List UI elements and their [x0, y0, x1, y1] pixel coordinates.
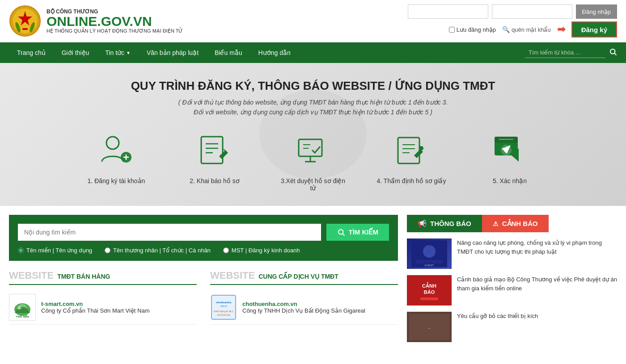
svg-line-7 [614, 53, 616, 55]
step-3-label: 3.Xét duyệt hồ sơ điện tử [277, 177, 349, 192]
radio-ten-mien[interactable]: Tên miền | Tên ứng dụng [18, 247, 92, 254]
nav-search-area [525, 47, 617, 58]
main-content: TÌM KIẾM Tên miền | Tên ứng dụng Tên thư… [0, 206, 626, 348]
search-main-input[interactable] [18, 224, 321, 241]
svg-text:CẢNH: CẢNH [422, 282, 436, 289]
nav-item-bieumau[interactable]: Biểu mẫu [207, 44, 250, 62]
step-4-icon [391, 131, 431, 171]
step-2: 2. Khai báo hồ sơ [179, 131, 250, 192]
website-label-1: WEBSITE [9, 270, 54, 281]
svg-point-36 [17, 306, 21, 310]
step-4-label: 4. Thẩm định hồ sơ giấy [377, 177, 446, 184]
svg-point-45 [423, 245, 436, 258]
arrow-indicator: ➡ [557, 24, 565, 35]
step-3: 3.Xét duyệt hồ sơ điện tử [277, 131, 349, 192]
register-button[interactable]: Đăng ký [571, 21, 617, 38]
svg-rect-51 [420, 297, 438, 300]
news-thumb-1: EVENT [407, 238, 452, 269]
chevron-down-icon: ▼ [126, 50, 131, 55]
chothuenha-url[interactable]: chothuenha.com.vn [242, 301, 365, 307]
tsmart-url[interactable]: t-smart.com.vn [41, 301, 150, 307]
chothuenha-name: Công ty TNHH Dịch Vụ Bất Động Sản Gigare… [242, 307, 365, 314]
step-5-icon [490, 131, 530, 171]
nav-item-gioithieu[interactable]: Giới thiệu [54, 44, 97, 62]
search-icon [337, 228, 345, 236]
news-thumb-2: CẢNHBÁO [407, 275, 452, 305]
nav-item-tintuc[interactable]: Tin tức ▼ [97, 44, 139, 62]
news-text-3[interactable]: Yêu cầu gỡ bỏ các thiết bị kích [457, 312, 538, 321]
website-label-2: WEBSITE [210, 270, 255, 281]
nav-item-huongdan[interactable]: Hướng dẫn [250, 44, 299, 62]
website-col-banhang: WEBSITE TMĐT BÁN HÀNG THÁI SƠN [9, 270, 197, 325]
search-section: TÌM KIẾM Tên miền | Tên ứng dụng Tên thư… [9, 215, 398, 261]
step-1-label: 1. Đăng ký tài khoản [88, 177, 145, 184]
news-item-2: CẢNHBÁO Cảnh báo giả mạo Bộ Công Thương … [407, 275, 617, 305]
nav-search-button[interactable] [609, 48, 617, 58]
hero-subtitle: ( Đối với thủ tục thông báo website, ứng… [9, 97, 617, 117]
search-icon [609, 48, 617, 56]
col-title-banhang: WEBSITE TMĐT BÁN HÀNG [9, 270, 197, 285]
svg-point-27 [419, 146, 423, 151]
nav-item-trangchu[interactable]: Trang chủ [9, 44, 54, 62]
news-text-2[interactable]: Cảnh báo giả mạo Bộ Công Thương về việc … [457, 275, 617, 293]
svg-text:THÁI SƠN: THÁI SƠN [16, 314, 29, 318]
news-text-1[interactable]: Nâng cao năng lực phòng, chống và xử lý … [457, 238, 617, 256]
hero-title: QUY TRÌNH ĐĂNG KÝ, THÔNG BÁO WEBSITE / Ứ… [9, 79, 617, 93]
search-icon: 🔍 [502, 26, 510, 33]
search-box-row: TÌM KIẾM [18, 224, 389, 241]
logo-text-group: BỘ CÔNG THƯƠNG ONLINE.GOV.VN HỆ THỐNG QU… [47, 8, 182, 34]
website-item-tsmart: THÁI SƠN t-smart.com.vn Công ty Cổ phần … [9, 290, 197, 325]
news-item-1: EVENT Nâng cao năng lực phòng, chống và … [407, 238, 617, 269]
right-column: 📢 THÔNG BÁO ⚠ CẢNH BÁO EVENT Nâng cao nă… [407, 215, 617, 348]
password-input[interactable] [492, 4, 572, 19]
step-5: 5. Xác nhận [474, 131, 546, 192]
login-button[interactable]: Đăng nhập [576, 4, 617, 19]
step-3-icon [293, 131, 333, 171]
svg-line-34 [343, 234, 344, 235]
step-2-label: 2. Khai báo hồ sơ [190, 177, 239, 184]
svg-text:...: ... [428, 326, 431, 330]
website-accent-1: TMĐT BÁN HÀNG [57, 273, 110, 280]
news-item-3: ... Yêu cầu gỡ bỏ các thiết bị kích [407, 312, 617, 342]
svg-text:Kênh thông tin số 1: Kênh thông tin số 1 [214, 310, 233, 313]
navigation-bar: Trang chủ Giới thiệu Tin tức ▼ Văn bản p… [0, 42, 626, 63]
svg-text:chothuenha: chothuenha [216, 301, 232, 304]
gov-emblem [9, 5, 41, 37]
tab-canhbao[interactable]: ⚠ CẢNH BÁO [482, 215, 549, 232]
nav-links: Trang chủ Giới thiệu Tin tức ▼ Văn bản p… [9, 44, 299, 62]
left-column: TÌM KIẾM Tên miền | Tên ứng dụng Tên thư… [9, 215, 398, 348]
nav-item-vanbap[interactable]: Văn bản pháp luật [139, 44, 207, 62]
step-4: 4. Thẩm định hồ sơ giấy [376, 131, 447, 192]
megaphone-icon: 📢 [418, 219, 427, 228]
remember-label[interactable]: Lưu đăng nhập [449, 26, 496, 33]
process-steps: 1. Đăng ký tài khoản 2. Khai báo hồ sơ [9, 131, 617, 192]
radio-mst[interactable]: MST | Đăng ký kinh doanh [223, 247, 300, 254]
tsmart-name: Công ty Cổ phần Thái Sơn Mart Việt Nam [41, 307, 150, 314]
search-button[interactable]: TÌM KIẾM [326, 224, 389, 241]
svg-rect-13 [201, 137, 223, 163]
step-1-icon [96, 131, 136, 171]
search-radio-options: Tên miền | Tên ứng dụng Tên thương nhân … [18, 247, 389, 254]
svg-text:.com.vn: .com.vn [220, 305, 227, 307]
username-input[interactable] [408, 4, 488, 19]
tab-thongbao[interactable]: 📢 THÔNG BÁO [407, 215, 482, 232]
forgot-password-link[interactable]: 🔍 quên mật khẩu [502, 26, 551, 33]
radio-ten-thuong-nhan[interactable]: Tên thương nhân | Tổ chức | Cá nhân [105, 247, 211, 254]
header: BỘ CÔNG THƯƠNG ONLINE.GOV.VN HỆ THỐNG QU… [0, 0, 626, 42]
auth-bottom-row: Lưu đăng nhập 🔍 quên mật khẩu ➡ Đăng ký [449, 21, 617, 38]
website-info-chothuenha: chothuenha.com.vn Công ty TNHH Dịch Vụ B… [242, 301, 365, 314]
nav-search-input[interactable] [525, 47, 605, 58]
svg-point-9 [106, 137, 119, 149]
website-accent-2: CUNG CẤP DỊCH VỤ TMĐT [258, 273, 338, 280]
svg-point-6 [610, 49, 615, 54]
site-subtitle: HỆ THỐNG QUẢN LÝ HOẠT ĐỘNG THƯƠNG MẠI ĐI… [47, 28, 182, 34]
step-1: 1. Đăng ký tài khoản [80, 131, 152, 192]
chothuenha-logo: chothuenha .com.vn Kênh thông tin số 1 c… [210, 294, 237, 321]
remember-checkbox[interactable] [449, 27, 455, 33]
svg-text:EVENT: EVENT [425, 264, 434, 267]
svg-text:cho thuê nhà: cho thuê nhà [217, 314, 230, 316]
svg-rect-5 [22, 28, 28, 30]
svg-rect-46 [416, 260, 443, 264]
svg-text:BÁO: BÁO [424, 289, 435, 295]
svg-rect-23 [398, 138, 419, 163]
